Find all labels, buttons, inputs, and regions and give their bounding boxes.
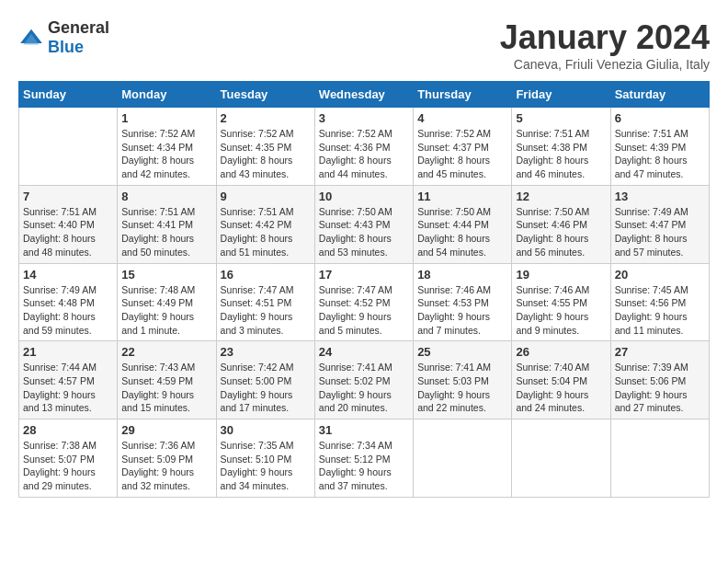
header-day-sunday: Sunday	[19, 82, 118, 108]
calendar-cell: 21Sunrise: 7:44 AM Sunset: 4:57 PM Dayli…	[19, 341, 118, 419]
calendar-cell: 3Sunrise: 7:52 AM Sunset: 4:36 PM Daylig…	[314, 108, 413, 186]
day-number: 16	[221, 268, 311, 282]
day-number: 9	[221, 190, 311, 203]
week-row-4: 21Sunrise: 7:44 AM Sunset: 4:57 PM Dayli…	[19, 341, 710, 419]
day-number: 18	[417, 268, 507, 282]
day-detail: Sunrise: 7:41 AM Sunset: 5:02 PM Dayligh…	[319, 361, 409, 415]
header-day-friday: Friday	[512, 82, 610, 108]
day-number: 15	[121, 268, 211, 282]
day-detail: Sunrise: 7:43 AM Sunset: 4:59 PM Dayligh…	[121, 361, 211, 415]
calendar-cell: 1Sunrise: 7:52 AM Sunset: 4:34 PM Daylig…	[118, 108, 216, 186]
header-day-monday: Monday	[118, 82, 216, 108]
day-detail: Sunrise: 7:50 AM Sunset: 4:46 PM Dayligh…	[516, 205, 606, 259]
day-detail: Sunrise: 7:45 AM Sunset: 4:56 PM Dayligh…	[615, 283, 705, 338]
day-number: 14	[23, 268, 113, 282]
calendar-cell: 23Sunrise: 7:42 AM Sunset: 5:00 PM Dayli…	[216, 341, 314, 419]
day-detail: Sunrise: 7:34 AM Sunset: 5:12 PM Dayligh…	[319, 439, 409, 493]
day-detail: Sunrise: 7:38 AM Sunset: 5:07 PM Dayligh…	[23, 439, 113, 493]
day-number: 24	[319, 345, 409, 359]
header: General Blue January 2024 Caneva, Friuli…	[18, 18, 710, 72]
day-detail: Sunrise: 7:52 AM Sunset: 4:37 PM Dayligh…	[417, 127, 507, 181]
calendar-cell: 22Sunrise: 7:43 AM Sunset: 4:59 PM Dayli…	[118, 341, 216, 419]
calendar-cell: 13Sunrise: 7:49 AM Sunset: 4:47 PM Dayli…	[610, 185, 709, 263]
day-number: 4	[417, 111, 507, 125]
calendar-cell: 26Sunrise: 7:40 AM Sunset: 5:04 PM Dayli…	[512, 341, 610, 419]
week-row-1: 1Sunrise: 7:52 AM Sunset: 4:34 PM Daylig…	[19, 108, 710, 186]
day-detail: Sunrise: 7:52 AM Sunset: 4:35 PM Dayligh…	[221, 127, 311, 181]
week-row-5: 28Sunrise: 7:38 AM Sunset: 5:07 PM Dayli…	[19, 419, 710, 498]
header-day-thursday: Thursday	[414, 82, 512, 108]
day-number: 19	[516, 268, 606, 282]
header-row: SundayMondayTuesdayWednesdayThursdayFrid…	[19, 82, 710, 108]
calendar-cell: 7Sunrise: 7:51 AM Sunset: 4:40 PM Daylig…	[19, 185, 118, 263]
day-detail: Sunrise: 7:50 AM Sunset: 4:44 PM Dayligh…	[417, 205, 507, 259]
day-number: 22	[121, 345, 211, 359]
header-day-tuesday: Tuesday	[216, 82, 314, 108]
day-number: 11	[417, 190, 507, 203]
day-detail: Sunrise: 7:49 AM Sunset: 4:48 PM Dayligh…	[23, 283, 113, 338]
calendar-cell: 25Sunrise: 7:41 AM Sunset: 5:03 PM Dayli…	[414, 341, 512, 419]
calendar-cell: 16Sunrise: 7:47 AM Sunset: 4:51 PM Dayli…	[216, 263, 314, 341]
day-detail: Sunrise: 7:36 AM Sunset: 5:09 PM Dayligh…	[121, 439, 211, 493]
week-row-2: 7Sunrise: 7:51 AM Sunset: 4:40 PM Daylig…	[19, 185, 710, 263]
week-row-3: 14Sunrise: 7:49 AM Sunset: 4:48 PM Dayli…	[19, 263, 710, 341]
day-number: 27	[615, 345, 705, 359]
calendar-cell: 18Sunrise: 7:46 AM Sunset: 4:53 PM Dayli…	[414, 263, 512, 341]
day-number: 1	[121, 111, 211, 125]
calendar-cell: 19Sunrise: 7:46 AM Sunset: 4:55 PM Dayli…	[512, 263, 610, 341]
calendar-cell: 9Sunrise: 7:51 AM Sunset: 4:42 PM Daylig…	[216, 185, 314, 263]
day-number: 21	[23, 345, 113, 359]
calendar-cell: 12Sunrise: 7:50 AM Sunset: 4:46 PM Dayli…	[512, 185, 610, 263]
calendar-cell: 24Sunrise: 7:41 AM Sunset: 5:02 PM Dayli…	[314, 341, 413, 419]
day-detail: Sunrise: 7:46 AM Sunset: 4:55 PM Dayligh…	[516, 283, 606, 338]
day-detail: Sunrise: 7:51 AM Sunset: 4:40 PM Dayligh…	[23, 205, 113, 259]
calendar-cell: 4Sunrise: 7:52 AM Sunset: 4:37 PM Daylig…	[414, 108, 512, 186]
day-detail: Sunrise: 7:46 AM Sunset: 4:53 PM Dayligh…	[417, 283, 507, 338]
day-number: 28	[23, 423, 113, 437]
logo-icon	[18, 28, 44, 48]
calendar-cell: 5Sunrise: 7:51 AM Sunset: 4:38 PM Daylig…	[512, 108, 610, 186]
calendar-cell: 14Sunrise: 7:49 AM Sunset: 4:48 PM Dayli…	[19, 263, 118, 341]
day-number: 29	[121, 423, 211, 437]
header-day-wednesday: Wednesday	[314, 82, 413, 108]
day-detail: Sunrise: 7:42 AM Sunset: 5:00 PM Dayligh…	[221, 361, 311, 415]
calendar-cell	[512, 419, 610, 498]
day-number: 31	[319, 423, 409, 437]
day-number: 17	[319, 268, 409, 282]
day-number: 3	[319, 111, 409, 125]
day-number: 8	[121, 190, 211, 203]
calendar-cell: 31Sunrise: 7:34 AM Sunset: 5:12 PM Dayli…	[314, 419, 413, 498]
calendar-table: SundayMondayTuesdayWednesdayThursdayFrid…	[18, 81, 710, 498]
day-number: 20	[615, 268, 705, 282]
title-area: January 2024 Caneva, Friuli Venezia Giul…	[500, 18, 710, 72]
calendar-cell: 15Sunrise: 7:48 AM Sunset: 4:49 PM Dayli…	[118, 263, 216, 341]
day-detail: Sunrise: 7:52 AM Sunset: 4:34 PM Dayligh…	[121, 127, 211, 181]
day-detail: Sunrise: 7:50 AM Sunset: 4:43 PM Dayligh…	[319, 205, 409, 259]
logo-general: General	[48, 18, 109, 37]
day-number: 2	[221, 111, 311, 125]
day-number: 7	[23, 190, 113, 203]
day-detail: Sunrise: 7:47 AM Sunset: 4:51 PM Dayligh…	[221, 283, 311, 338]
day-number: 26	[516, 345, 606, 359]
day-detail: Sunrise: 7:51 AM Sunset: 4:39 PM Dayligh…	[615, 127, 705, 181]
calendar-cell: 27Sunrise: 7:39 AM Sunset: 5:06 PM Dayli…	[610, 341, 709, 419]
day-number: 13	[615, 190, 705, 203]
day-number: 25	[417, 345, 507, 359]
calendar-cell: 6Sunrise: 7:51 AM Sunset: 4:39 PM Daylig…	[610, 108, 709, 186]
day-detail: Sunrise: 7:51 AM Sunset: 4:41 PM Dayligh…	[121, 205, 211, 259]
calendar-cell: 20Sunrise: 7:45 AM Sunset: 4:56 PM Dayli…	[610, 263, 709, 341]
calendar-cell: 29Sunrise: 7:36 AM Sunset: 5:09 PM Dayli…	[118, 419, 216, 498]
day-detail: Sunrise: 7:51 AM Sunset: 4:42 PM Dayligh…	[221, 205, 311, 259]
day-detail: Sunrise: 7:35 AM Sunset: 5:10 PM Dayligh…	[221, 439, 311, 493]
calendar-cell: 17Sunrise: 7:47 AM Sunset: 4:52 PM Dayli…	[314, 263, 413, 341]
header-day-saturday: Saturday	[610, 82, 709, 108]
day-detail: Sunrise: 7:39 AM Sunset: 5:06 PM Dayligh…	[615, 361, 705, 415]
calendar-cell	[414, 419, 512, 498]
day-number: 10	[319, 190, 409, 203]
calendar-cell: 8Sunrise: 7:51 AM Sunset: 4:41 PM Daylig…	[118, 185, 216, 263]
day-detail: Sunrise: 7:49 AM Sunset: 4:47 PM Dayligh…	[615, 205, 705, 259]
calendar-cell: 11Sunrise: 7:50 AM Sunset: 4:44 PM Dayli…	[414, 185, 512, 263]
calendar-cell	[19, 108, 118, 186]
calendar-cell: 30Sunrise: 7:35 AM Sunset: 5:10 PM Dayli…	[216, 419, 314, 498]
calendar-cell: 28Sunrise: 7:38 AM Sunset: 5:07 PM Dayli…	[19, 419, 118, 498]
